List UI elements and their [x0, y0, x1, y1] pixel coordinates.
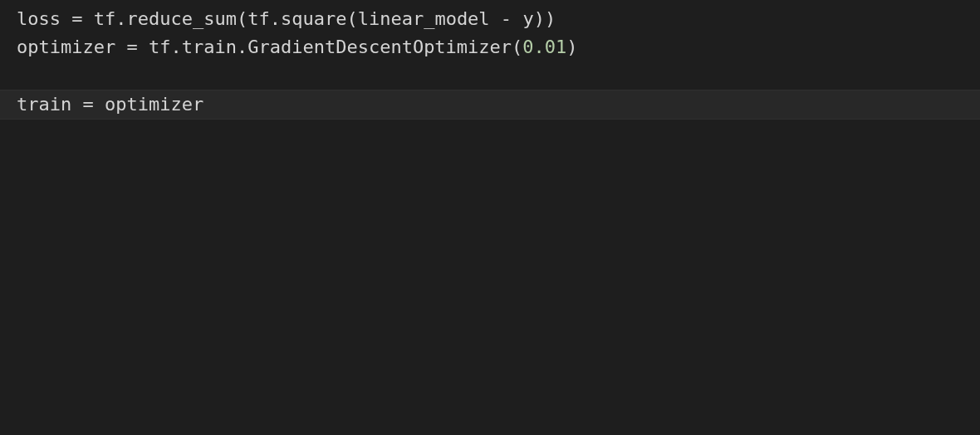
operator-assign: = — [61, 8, 94, 29]
identifier-optimizer: optimizer — [105, 94, 203, 115]
paren-open: ( — [237, 8, 247, 29]
paren-open: ( — [346, 8, 357, 29]
code-line-3-blank[interactable] — [0, 61, 980, 90]
number-learning-rate: 0.01 — [522, 37, 566, 57]
dot: . — [115, 8, 126, 29]
paren-close: ) — [566, 37, 577, 57]
code-line-1[interactable]: loss = tf.reduce_sum(tf.square(linear_mo… — [0, 5, 980, 33]
paren-close: ) — [534, 8, 545, 29]
identifier-loss: loss — [17, 8, 61, 29]
identifier-gradient-descent: GradientDescentOptimizer — [247, 37, 512, 57]
code-editor[interactable]: loss = tf.reduce_sum(tf.square(linear_mo… — [0, 5, 980, 120]
operator-assign: = — [71, 94, 105, 115]
paren-close: ) — [545, 8, 556, 29]
dot: . — [170, 37, 181, 57]
identifier-train: train — [17, 94, 71, 115]
dot: . — [270, 8, 281, 29]
identifier-square: square — [281, 8, 346, 29]
operator-assign: = — [115, 37, 149, 57]
code-line-2[interactable]: optimizer = tf.train.GradientDescentOpti… — [0, 33, 980, 61]
dot: . — [237, 37, 247, 57]
identifier-tf: tf — [247, 8, 270, 29]
paren-open: ( — [512, 37, 522, 57]
identifier-train: train — [182, 37, 237, 57]
identifier-reduce-sum: reduce_sum — [126, 8, 236, 29]
identifier-linear-model: linear_model — [358, 8, 490, 29]
code-line-4-active[interactable]: train = optimizer — [0, 90, 980, 120]
identifier-tf: tf — [149, 37, 171, 57]
identifier-tf: tf — [94, 8, 116, 29]
operator-minus: - — [490, 8, 523, 29]
identifier-y: y — [522, 8, 533, 29]
identifier-optimizer: optimizer — [17, 37, 115, 57]
